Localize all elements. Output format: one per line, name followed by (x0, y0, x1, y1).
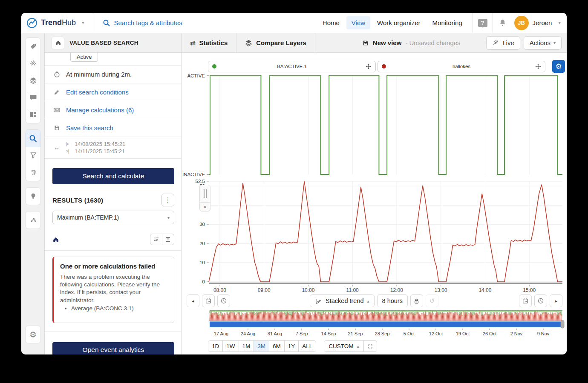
manage-calculations-link[interactable]: Manage calculations (6) (66, 106, 134, 114)
nav-item-monitoring[interactable]: Monitoring (427, 16, 467, 29)
range-6m-button[interactable]: 6M (269, 340, 285, 352)
save-icon (362, 40, 369, 46)
svg-text:INACTIVE: INACTIVE (182, 172, 205, 176)
error-title: One or more calculations failed (60, 263, 167, 270)
recommendations-button[interactable] (26, 188, 40, 205)
series-pill-hallokes[interactable]: hallokes (378, 61, 545, 72)
user-menu[interactable]: JB Jeroen ▾ (514, 16, 561, 30)
window-duration-button[interactable]: 8 hours (377, 294, 408, 307)
series-pill-active[interactable]: BA:ACTIVE.1 (208, 61, 376, 72)
timeline-minimap[interactable]: 17 Aug24 Aug31 Aug7 Sep14 Sep21 Sep28 Se… (182, 310, 567, 338)
tab-statistics[interactable]: ⇄ Statistics (182, 33, 236, 52)
range-1m-button[interactable]: 1M (239, 340, 254, 352)
results-menu-button[interactable]: ⋮ (161, 194, 174, 206)
svg-text:21 Sep: 21 Sep (348, 331, 363, 336)
search-and-calculate-button[interactable]: Search and calculate (52, 168, 174, 184)
panel-header: VALUE BASED SEARCH (45, 33, 182, 52)
dashboard-button[interactable] (26, 106, 40, 123)
help-button[interactable]: ? (476, 16, 490, 30)
nav-item-view[interactable]: View (346, 16, 370, 29)
reset-history-button[interactable]: ↺ (426, 294, 438, 307)
lock-range-button[interactable] (410, 294, 423, 307)
range-1w-button[interactable]: 1W (222, 340, 239, 352)
results-metric-select[interactable]: Maximum (BA:TEMP.1) ▾ (52, 211, 174, 224)
dashboard-icon (29, 111, 37, 118)
layers-button[interactable] (26, 72, 40, 89)
active-state-chip[interactable]: Active (70, 53, 98, 62)
sort-descending-icon (153, 236, 159, 243)
notifications-button[interactable] (496, 16, 510, 30)
range-1y-button[interactable]: 1Y (284, 340, 299, 352)
range-all-button[interactable]: ALL (298, 340, 316, 352)
move-icon[interactable] (366, 63, 372, 69)
end-time-button[interactable] (534, 294, 547, 307)
icon-rail: ⚙ (21, 33, 45, 354)
edit-conditions-row[interactable]: Edit search conditions (52, 83, 174, 101)
chart-settings-button[interactable]: ⚙ (552, 60, 565, 73)
end-date-button[interactable] (519, 294, 532, 307)
calculations-button[interactable] (26, 55, 40, 72)
edit-conditions-link[interactable]: Edit search conditions (66, 89, 129, 96)
stopwatch-icon (52, 71, 61, 78)
digital-state-chart[interactable]: ACTIVEINACTIVE (182, 72, 567, 176)
manage-calculations-row[interactable]: Manage calculations (6) (52, 101, 174, 119)
results-header: RESULTS (1630) ⋮ (52, 194, 174, 206)
global-search-input[interactable]: Search tags & attributes (103, 19, 231, 27)
range-1d-button[interactable]: 1D (208, 340, 223, 352)
fullscreen-range-button[interactable] (364, 340, 377, 352)
rail-group-context (25, 211, 41, 229)
panel-home-button[interactable] (52, 37, 64, 49)
live-signal-off-icon (492, 39, 499, 46)
custom-range-button[interactable]: CUSTOM ▴ (324, 343, 363, 349)
tags-button[interactable] (26, 38, 40, 55)
save-search-link[interactable]: Save this search (66, 124, 113, 131)
live-button[interactable]: Live (486, 36, 520, 50)
comments-button[interactable] (26, 89, 40, 106)
move-icon[interactable] (535, 63, 541, 69)
rail-group-annotations (25, 37, 41, 123)
chart-mode-select[interactable]: Stacked trend ▴ (310, 294, 375, 307)
open-event-analytics-button[interactable]: Open event analytics (52, 342, 174, 354)
svg-text:09:00: 09:00 (258, 287, 271, 293)
nav-item-home[interactable]: Home (317, 16, 345, 29)
value-search-button[interactable] (26, 130, 40, 147)
sort-button[interactable] (150, 234, 162, 245)
calendar-icon (205, 297, 212, 304)
collapse-panel-button[interactable]: ✕ (199, 203, 210, 212)
svg-text:19 Oct: 19 Oct (456, 331, 470, 336)
tab-compare-layers[interactable]: Compare Layers (236, 33, 315, 52)
divider (493, 13, 493, 33)
brand-chevron-down-icon[interactable]: ▾ (82, 20, 84, 26)
divider (473, 13, 473, 33)
trend-line-chart[interactable]: 0102030405052.508:0009:0010:0011:0012:00… (182, 176, 567, 294)
collapse-button[interactable] (162, 234, 174, 245)
svg-text:20: 20 (199, 241, 205, 246)
pan-right-button[interactable]: ▸ (550, 294, 562, 307)
fingerprint-button[interactable] (26, 164, 40, 181)
range-3m-button[interactable]: 3M (254, 340, 269, 352)
filter-button[interactable] (26, 147, 40, 164)
svg-text:9 Nov: 9 Nov (537, 331, 550, 336)
trend-chart-pane: BA:ACTIVE.1 hallokes (182, 53, 567, 354)
nav-item-work-organizer[interactable]: Work organizer (372, 16, 425, 29)
save-search-row[interactable]: Save this search (52, 119, 174, 137)
svg-text:2 Nov: 2 Nov (510, 331, 523, 336)
calculator-icon (52, 106, 61, 114)
user-name: Jeroen (533, 19, 552, 26)
settings-button[interactable]: ⚙ (26, 326, 40, 343)
condition-row: At minimum during 2m. (52, 66, 174, 83)
search-placeholder: Search tags & attributes (114, 19, 182, 26)
drag-grip[interactable] (199, 185, 210, 203)
app-logo[interactable]: TrendHub ▾ (26, 17, 84, 29)
actions-button[interactable]: Actions ▾ (524, 36, 562, 50)
clock-icon (537, 297, 544, 304)
related-items-button[interactable] (26, 212, 40, 229)
pan-left-button[interactable]: ◂ (187, 294, 199, 307)
start-date-button[interactable] (202, 294, 215, 307)
start-time-button[interactable] (217, 294, 230, 307)
rail-group-insights (25, 187, 41, 205)
home-icon (55, 40, 61, 46)
panel-title: VALUE BASED SEARCH (69, 40, 138, 46)
home-filled-icon[interactable] (52, 236, 59, 243)
view-name: New view (373, 39, 402, 46)
